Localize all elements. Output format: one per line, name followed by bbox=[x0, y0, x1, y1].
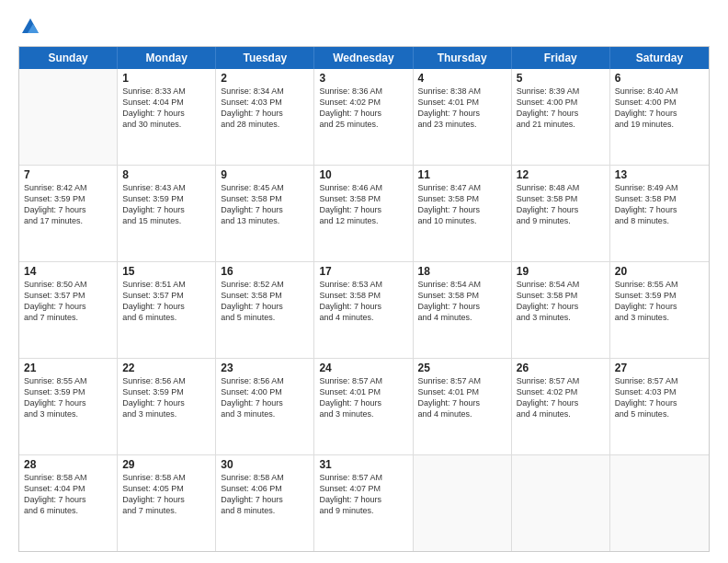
day-number: 23 bbox=[221, 362, 309, 374]
calendar-cell: 29 Sunrise: 8:58 AM Sunset: 4:05 PM Dayl… bbox=[118, 455, 216, 551]
sunset: Sunset: 4:03 PM bbox=[221, 97, 309, 108]
daylight-line1: Daylight: 7 hours bbox=[418, 397, 506, 408]
day-number: 9 bbox=[221, 168, 309, 181]
day-number: 3 bbox=[319, 72, 407, 85]
sunrise: Sunrise: 8:57 AM bbox=[517, 375, 605, 386]
sunset: Sunset: 4:07 PM bbox=[319, 483, 407, 494]
day-number: 31 bbox=[319, 458, 407, 471]
calendar-cell: 21 Sunrise: 8:55 AM Sunset: 3:59 PM Dayl… bbox=[19, 359, 118, 454]
daylight-line2: and 13 minutes. bbox=[221, 215, 309, 226]
sunset: Sunset: 4:04 PM bbox=[24, 483, 112, 494]
daylight-line1: Daylight: 7 hours bbox=[319, 108, 407, 119]
sunrise: Sunrise: 8:36 AM bbox=[319, 86, 407, 97]
sunset: Sunset: 4:05 PM bbox=[122, 483, 210, 494]
calendar-cell: 10 Sunrise: 8:46 AM Sunset: 3:58 PM Dayl… bbox=[314, 166, 413, 261]
weekday-header: Tuesday bbox=[216, 47, 314, 69]
sunrise: Sunrise: 8:48 AM bbox=[517, 182, 605, 193]
day-number: 27 bbox=[615, 362, 704, 374]
sunset: Sunset: 3:59 PM bbox=[615, 290, 704, 301]
day-number: 11 bbox=[418, 168, 506, 181]
calendar-cell: 15 Sunrise: 8:51 AM Sunset: 3:57 PM Dayl… bbox=[118, 262, 216, 358]
sunset: Sunset: 3:57 PM bbox=[24, 290, 112, 301]
daylight-line1: Daylight: 7 hours bbox=[418, 301, 506, 312]
sunset: Sunset: 4:01 PM bbox=[319, 386, 407, 397]
calendar-cell: 28 Sunrise: 8:58 AM Sunset: 4:04 PM Dayl… bbox=[19, 455, 118, 551]
daylight-line1: Daylight: 7 hours bbox=[517, 397, 605, 408]
calendar-week-row: 1 Sunrise: 8:33 AM Sunset: 4:04 PM Dayli… bbox=[19, 69, 709, 166]
calendar-body: 1 Sunrise: 8:33 AM Sunset: 4:04 PM Dayli… bbox=[19, 69, 709, 551]
daylight-line2: and 30 minutes. bbox=[122, 119, 210, 130]
calendar-cell: 27 Sunrise: 8:57 AM Sunset: 4:03 PM Dayl… bbox=[610, 359, 709, 454]
calendar-cell: 17 Sunrise: 8:53 AM Sunset: 3:58 PM Dayl… bbox=[314, 262, 413, 358]
sunrise: Sunrise: 8:54 AM bbox=[517, 279, 605, 290]
sunrise: Sunrise: 8:50 AM bbox=[24, 279, 112, 290]
calendar-cell: 7 Sunrise: 8:42 AM Sunset: 3:59 PM Dayli… bbox=[19, 166, 118, 261]
sunrise: Sunrise: 8:33 AM bbox=[122, 86, 210, 97]
day-number: 10 bbox=[319, 168, 407, 181]
day-number: 29 bbox=[122, 458, 210, 471]
daylight-line1: Daylight: 7 hours bbox=[615, 108, 704, 119]
sunset: Sunset: 4:02 PM bbox=[517, 386, 605, 397]
calendar-week-row: 21 Sunrise: 8:55 AM Sunset: 3:59 PM Dayl… bbox=[19, 359, 709, 455]
calendar-cell: 4 Sunrise: 8:38 AM Sunset: 4:01 PM Dayli… bbox=[414, 69, 512, 165]
daylight-line2: and 19 minutes. bbox=[615, 119, 704, 130]
daylight-line1: Daylight: 7 hours bbox=[418, 108, 506, 119]
daylight-line2: and 12 minutes. bbox=[319, 215, 407, 226]
sunset: Sunset: 4:01 PM bbox=[418, 97, 506, 108]
daylight-line1: Daylight: 7 hours bbox=[615, 397, 704, 408]
daylight-line2: and 3 minutes. bbox=[517, 312, 605, 323]
sunset: Sunset: 4:06 PM bbox=[221, 483, 309, 494]
header bbox=[18, 17, 710, 37]
calendar-cell: 5 Sunrise: 8:39 AM Sunset: 4:00 PM Dayli… bbox=[512, 69, 610, 165]
day-number: 25 bbox=[418, 362, 506, 374]
sunset: Sunset: 3:58 PM bbox=[221, 193, 309, 204]
sunrise: Sunrise: 8:57 AM bbox=[418, 375, 506, 386]
sunrise: Sunrise: 8:42 AM bbox=[24, 182, 112, 193]
daylight-line1: Daylight: 7 hours bbox=[319, 494, 407, 505]
daylight-line1: Daylight: 7 hours bbox=[517, 108, 605, 119]
sunrise: Sunrise: 8:57 AM bbox=[319, 375, 407, 386]
daylight-line1: Daylight: 7 hours bbox=[221, 301, 309, 312]
sunset: Sunset: 4:00 PM bbox=[221, 386, 309, 397]
sunrise: Sunrise: 8:38 AM bbox=[418, 86, 506, 97]
day-number: 26 bbox=[517, 362, 605, 374]
day-number: 15 bbox=[122, 265, 210, 278]
calendar-cell: 18 Sunrise: 8:54 AM Sunset: 3:58 PM Dayl… bbox=[414, 262, 512, 358]
sunset: Sunset: 4:01 PM bbox=[418, 386, 506, 397]
sunrise: Sunrise: 8:55 AM bbox=[24, 375, 112, 386]
calendar-cell: 31 Sunrise: 8:57 AM Sunset: 4:07 PM Dayl… bbox=[314, 455, 413, 551]
sunrise: Sunrise: 8:57 AM bbox=[319, 472, 407, 483]
daylight-line2: and 21 minutes. bbox=[517, 119, 605, 130]
sunrise: Sunrise: 8:58 AM bbox=[122, 472, 210, 483]
sunrise: Sunrise: 8:57 AM bbox=[615, 375, 704, 386]
calendar-cell: 16 Sunrise: 8:52 AM Sunset: 3:58 PM Dayl… bbox=[216, 262, 314, 358]
daylight-line2: and 4 minutes. bbox=[418, 408, 506, 419]
sunset: Sunset: 3:59 PM bbox=[122, 386, 210, 397]
calendar-week-row: 28 Sunrise: 8:58 AM Sunset: 4:04 PM Dayl… bbox=[19, 455, 709, 551]
daylight-line1: Daylight: 7 hours bbox=[615, 301, 704, 312]
daylight-line2: and 4 minutes. bbox=[517, 408, 605, 419]
daylight-line1: Daylight: 7 hours bbox=[221, 494, 309, 505]
calendar-cell: 9 Sunrise: 8:45 AM Sunset: 3:58 PM Dayli… bbox=[216, 166, 314, 261]
calendar-cell: 2 Sunrise: 8:34 AM Sunset: 4:03 PM Dayli… bbox=[216, 69, 314, 165]
daylight-line2: and 5 minutes. bbox=[221, 312, 309, 323]
sunrise: Sunrise: 8:39 AM bbox=[517, 86, 605, 97]
sunset: Sunset: 3:58 PM bbox=[221, 290, 309, 301]
day-number: 8 bbox=[122, 168, 210, 181]
sunset: Sunset: 3:58 PM bbox=[319, 290, 407, 301]
daylight-line1: Daylight: 7 hours bbox=[24, 397, 112, 408]
sunset: Sunset: 3:58 PM bbox=[517, 290, 605, 301]
calendar-cell: 11 Sunrise: 8:47 AM Sunset: 3:58 PM Dayl… bbox=[414, 166, 512, 261]
daylight-line2: and 9 minutes. bbox=[517, 215, 605, 226]
day-number: 24 bbox=[319, 362, 407, 374]
weekday-header: Sunday bbox=[19, 47, 118, 69]
sunset: Sunset: 4:00 PM bbox=[517, 97, 605, 108]
calendar-cell: 30 Sunrise: 8:58 AM Sunset: 4:06 PM Dayl… bbox=[216, 455, 314, 551]
sunrise: Sunrise: 8:56 AM bbox=[221, 375, 309, 386]
day-number: 12 bbox=[517, 168, 605, 181]
daylight-line1: Daylight: 7 hours bbox=[24, 494, 112, 505]
sunrise: Sunrise: 8:46 AM bbox=[319, 182, 407, 193]
daylight-line1: Daylight: 7 hours bbox=[221, 204, 309, 215]
weekday-header: Saturday bbox=[610, 47, 709, 69]
calendar-cell: 23 Sunrise: 8:56 AM Sunset: 4:00 PM Dayl… bbox=[216, 359, 314, 454]
